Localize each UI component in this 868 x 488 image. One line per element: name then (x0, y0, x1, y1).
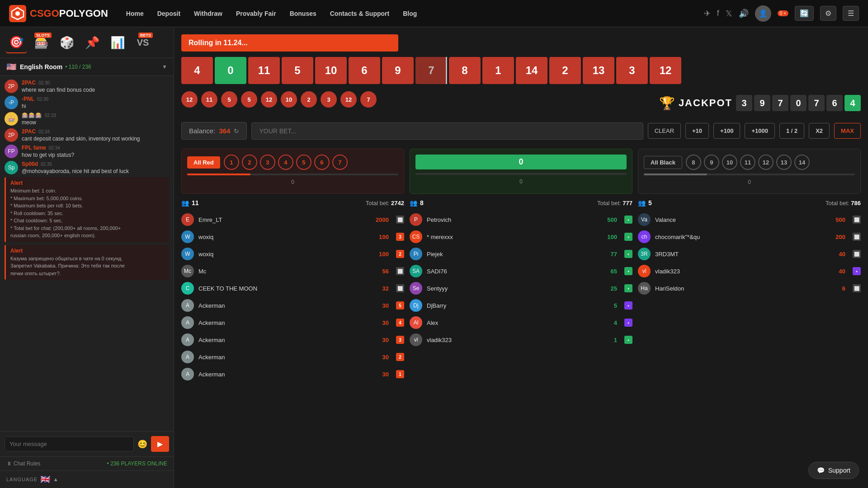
history-bubble: 12 (181, 91, 198, 108)
black-num-11[interactable]: 11 (740, 155, 755, 170)
bet-input[interactable] (251, 122, 643, 140)
player-row: Va Valance 500 ⬜ (638, 211, 861, 228)
player-name: Ackerman (198, 319, 378, 326)
tab-crash[interactable]: 🎲 (56, 32, 78, 53)
language-dropdown-arrow: ▲ (53, 476, 58, 483)
jackpot-digit: 6 (826, 95, 843, 111)
settings-btn[interactable]: ⚙ (820, 6, 836, 21)
nav-bonuses[interactable]: Bonuses (290, 10, 316, 17)
red-num-3[interactable]: 3 (260, 155, 275, 170)
room-selector[interactable]: 🇺🇸 English Room • 110 / 236 ▼ (0, 58, 174, 76)
player-bet: 500 (607, 216, 617, 223)
tab-stats[interactable]: 📊 (107, 32, 128, 53)
black-num-9[interactable]: 9 (704, 155, 719, 170)
menu-btn[interactable]: ☰ (843, 6, 859, 21)
player-name: chocomarik"*&qu (655, 234, 831, 240)
red-progress-fill (187, 174, 250, 175)
all-red-button[interactable]: All Red (187, 156, 220, 169)
chat-username: -PNL (22, 96, 34, 102)
red-num-6[interactable]: 6 (314, 155, 330, 170)
tab-roulette[interactable]: 🎯 (5, 32, 27, 53)
chat-time: 02:30 (37, 97, 48, 102)
half-button[interactable]: 1 / 2 (779, 123, 804, 139)
jackpot-digit: 9 (754, 95, 770, 111)
player-row: Dj DjBarry 5 ▪ (410, 297, 632, 314)
black-players-icon: 👥 (638, 199, 646, 206)
tab-vs[interactable]: VS BETS (132, 32, 154, 53)
max-button[interactable]: MAX (834, 123, 861, 139)
tab-upgrade[interactable]: 📌 (81, 32, 103, 53)
history-bubble: 12 (340, 91, 357, 108)
avatar: Va (638, 213, 651, 226)
red-num-4[interactable]: 4 (278, 155, 293, 170)
x2-button[interactable]: X2 (809, 123, 830, 139)
avatar: A (181, 333, 194, 346)
nav-provably-fair[interactable]: Provably Fair (236, 10, 276, 17)
balance-refresh-icon[interactable]: ↻ (234, 127, 239, 135)
all-black-button[interactable]: All Black (644, 156, 682, 169)
player-name: vladik323 (427, 337, 609, 343)
red-num-5[interactable]: 5 (296, 155, 311, 170)
black-num-10[interactable]: 10 (722, 155, 737, 170)
plus100-button[interactable]: +100 (713, 123, 740, 139)
nav-withdraw[interactable]: Withdraw (194, 10, 222, 17)
player-name: DjBarry (427, 302, 609, 309)
green-zero-button[interactable]: 0 (415, 155, 627, 169)
black-num-13[interactable]: 13 (776, 155, 792, 170)
player-bet: 500 (835, 216, 845, 223)
red-num-1[interactable]: 1 (224, 155, 239, 170)
alert-title: Alert (10, 248, 165, 254)
player-row: A Ackerman 30 4 (181, 314, 404, 331)
avatar: vl (410, 333, 422, 346)
twitter-icon[interactable]: 𝕏 (726, 9, 732, 19)
emoji-button[interactable]: 😊 (137, 439, 147, 449)
telegram-icon[interactable]: ✈ (704, 9, 711, 19)
support-button[interactable]: 💬 Support (808, 462, 859, 479)
chat-username: FPL fame (22, 145, 46, 151)
player-name: Piejek (427, 251, 606, 258)
support-chat-icon: 💬 (817, 467, 825, 474)
plus10-button[interactable]: +10 (685, 123, 709, 139)
red-num-7[interactable]: 7 (332, 155, 348, 170)
player-name: Sentyyy (427, 285, 606, 292)
black-num-8[interactable]: 8 (686, 155, 701, 170)
chat-rules-button[interactable]: ⏸ Chat Rules (6, 460, 40, 467)
plus1000-button[interactable]: +1000 (745, 123, 775, 139)
player-bet: 77 (611, 251, 617, 258)
logo[interactable]: CSGOPOLYGON (9, 5, 108, 22)
jackpot-row: 🏆 JACKPOT 3 9 7 0 7 6 4 (659, 95, 861, 111)
notification-badge: 0 + (778, 10, 788, 16)
jackpot-label: JACKPOT (679, 97, 732, 109)
language-selector[interactable]: LANGUAGE 🇬🇧 ▲ (0, 470, 174, 488)
chat-message: FP FPL fame 02:34 how to get vip status? (5, 145, 169, 158)
black-players-count: 5 (648, 199, 652, 206)
item-badge: 3 (396, 233, 404, 241)
clear-button[interactable]: CLEAR (648, 123, 681, 139)
nav-contacts[interactable]: Contacts & Support (330, 10, 389, 17)
tile-13: 13 (583, 57, 614, 84)
chat-input[interactable] (5, 436, 134, 451)
nav-deposit[interactable]: Deposit (157, 10, 180, 17)
chat-time: 02:33 (45, 113, 56, 118)
tile-14: 14 (516, 57, 547, 84)
refresh-btn[interactable]: 🔄 (795, 6, 814, 21)
user-avatar[interactable]: 👤 (755, 5, 771, 22)
chat-send-button[interactable]: ▶ (151, 436, 169, 452)
black-num-14[interactable]: 14 (794, 155, 810, 170)
tab-slots[interactable]: 🎰 SLOTS (31, 32, 52, 53)
black-num-12[interactable]: 12 (758, 155, 774, 170)
nav-home[interactable]: Home (126, 10, 144, 17)
item-badge: 2 (396, 353, 404, 361)
betting-sections-row: All Red 1 2 3 4 5 6 7 0 (181, 149, 861, 194)
player-name: woxiq (198, 234, 374, 240)
avatar: A (181, 351, 194, 363)
red-num-2[interactable]: 2 (242, 155, 257, 170)
player-name: vladik323 (655, 268, 835, 275)
volume-icon[interactable]: 🔊 (739, 9, 749, 19)
player-name: Ackerman (198, 337, 378, 343)
player-row: W woxiq 100 2 (181, 245, 404, 263)
nav-blog[interactable]: Blog (403, 10, 417, 17)
facebook-icon[interactable]: f (717, 9, 719, 18)
player-bet: 25 (611, 285, 617, 292)
black-progress-fill (644, 174, 707, 175)
